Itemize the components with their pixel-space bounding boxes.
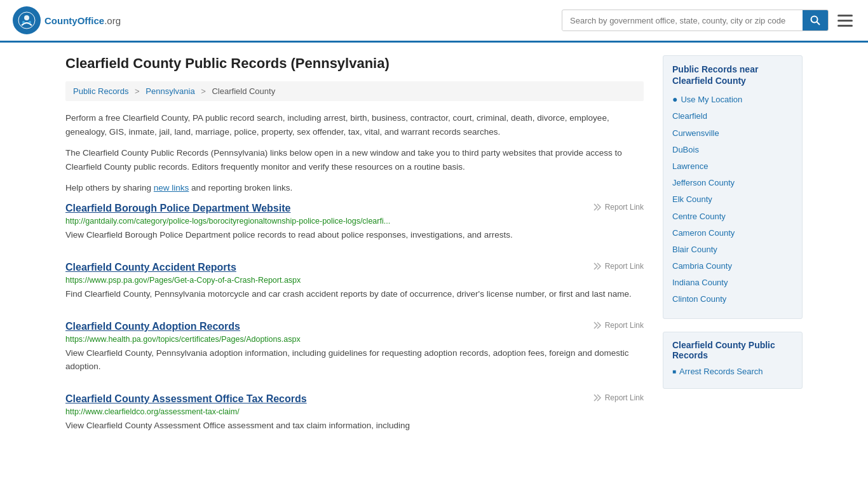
sidebar-link-clinton-county[interactable]: Clinton County <box>672 294 793 305</box>
result-title-link[interactable]: Clearfield County Assessment Office Tax … <box>65 393 307 405</box>
result-desc: Find Clearfield County, Pennsylvania mot… <box>65 288 644 301</box>
description-2: The Clearfield County Public Records (Pe… <box>65 146 644 173</box>
logo-area: CountyOffice.org <box>13 6 121 34</box>
breadcrumb-public-records[interactable]: Public Records <box>73 86 128 96</box>
svg-line-5 <box>817 22 820 25</box>
new-links-link[interactable]: new links <box>154 183 189 193</box>
sidebar-link-lawrence[interactable]: Lawrence <box>672 161 793 172</box>
description-3: Help others by sharing new links and rep… <box>65 181 644 195</box>
breadcrumb-sep1: > <box>135 86 142 96</box>
result-title-link[interactable]: Clearfield Borough Police Department Web… <box>65 203 290 214</box>
sidebar-link-jefferson-county[interactable]: Jefferson County <box>672 177 793 189</box>
header: CountyOffice.org <box>0 0 868 43</box>
svg-point-2 <box>22 21 25 24</box>
hamburger-line <box>837 20 853 22</box>
result-item: Clearfield County Adoption Records Repor… <box>65 321 644 376</box>
sidebar-link-elk-county[interactable]: Elk County <box>672 194 793 205</box>
public-records-sidebar-title: Clearfield County Public Records <box>672 340 793 360</box>
breadcrumb-pennsylvania[interactable]: Pennsylvania <box>146 86 194 96</box>
main-container: Clearfield County Public Records (Pennsy… <box>53 43 815 465</box>
use-location[interactable]: ● Use My Location <box>672 94 793 104</box>
hamburger-line <box>837 15 853 17</box>
result-item: Clearfield Borough Police Department Web… <box>65 203 644 244</box>
result-url: http://www.clearfieldco.org/assessment-t… <box>65 407 644 416</box>
breadcrumb: Public Records > Pennsylvania > Clearfie… <box>65 81 644 101</box>
breadcrumb-sep2: > <box>201 86 208 96</box>
bullet-icon: ■ <box>672 368 676 375</box>
report-link[interactable]: Report Link <box>593 262 644 271</box>
search-input[interactable] <box>562 11 803 30</box>
result-header: Clearfield County Accident Reports Repor… <box>65 262 644 276</box>
search-bar <box>562 10 829 31</box>
logo-icon <box>13 6 41 34</box>
page-title: Clearfield County Public Records (Pennsy… <box>65 55 644 72</box>
result-header: Clearfield Borough Police Department Web… <box>65 203 644 217</box>
sidebar-link-curwensville[interactable]: Curwensville <box>672 128 793 139</box>
logo-text: CountyOffice.org <box>44 14 121 27</box>
sidebar-link-clearfield[interactable]: Clearfield <box>672 111 793 122</box>
menu-button[interactable] <box>835 12 855 29</box>
result-title-link[interactable]: Clearfield County Adoption Records <box>65 321 240 332</box>
result-url: http://gantdaily.com/category/police-log… <box>65 217 644 226</box>
result-header: Clearfield County Assessment Office Tax … <box>65 393 644 407</box>
sidebar-arrest-records[interactable]: ■ Arrest Records Search <box>672 367 793 376</box>
result-desc: View Clearfield County, Pennsylvania ado… <box>65 347 644 373</box>
report-link[interactable]: Report Link <box>593 393 644 402</box>
sidebar-link-dubois[interactable]: DuBois <box>672 144 793 156</box>
report-link[interactable]: Report Link <box>593 203 644 212</box>
result-header: Clearfield County Adoption Records Repor… <box>65 321 644 335</box>
result-item: Clearfield County Accident Reports Repor… <box>65 262 644 303</box>
result-desc: View Clearfield County Assessment Office… <box>65 419 644 432</box>
result-url: https://www.psp.pa.gov/Pages/Get-a-Copy-… <box>65 276 644 285</box>
svg-point-1 <box>24 15 29 20</box>
header-right <box>562 10 855 31</box>
breadcrumb-current: Clearfield County <box>212 86 275 96</box>
sidebar-link-indiana-county[interactable]: Indiana County <box>672 277 793 288</box>
content-area: Clearfield County Public Records (Pennsy… <box>65 55 644 452</box>
sidebar-link-centre-county[interactable]: Centre County <box>672 211 793 222</box>
hamburger-line <box>837 25 853 27</box>
public-records-box: Clearfield County Public Records ■ Arres… <box>663 332 803 389</box>
sidebar-link-cameron-county[interactable]: Cameron County <box>672 227 793 239</box>
location-icon: ● <box>672 94 677 104</box>
description-1: Perform a free Clearfield County, PA pub… <box>65 111 644 139</box>
svg-point-3 <box>29 21 31 24</box>
search-button[interactable] <box>803 10 828 30</box>
result-item: Clearfield County Assessment Office Tax … <box>65 393 644 435</box>
svg-point-4 <box>811 17 818 23</box>
sidebar: Public Records near Clearfield County ● … <box>663 55 803 452</box>
result-title-link[interactable]: Clearfield County Accident Reports <box>65 262 236 273</box>
sidebar-link-cambria-county[interactable]: Cambria County <box>672 261 793 272</box>
nearby-title: Public Records near Clearfield County <box>672 64 793 86</box>
result-desc: View Clearfield Borough Police Departmen… <box>65 229 644 241</box>
result-url: https://www.health.pa.gov/topics/certifi… <box>65 335 644 344</box>
report-link[interactable]: Report Link <box>593 321 644 330</box>
sidebar-link-blair-county[interactable]: Blair County <box>672 244 793 255</box>
nearby-box: Public Records near Clearfield County ● … <box>663 55 803 319</box>
